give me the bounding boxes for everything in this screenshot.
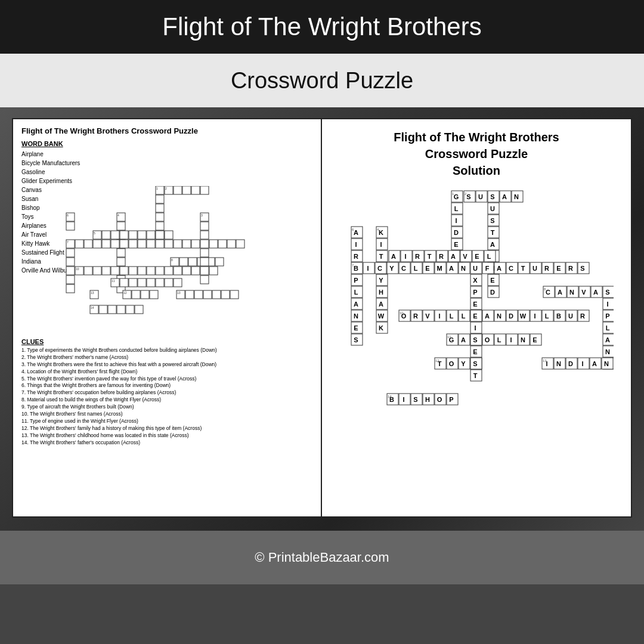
svg-text:E: E	[556, 265, 561, 272]
svg-text:L: L	[487, 253, 491, 260]
svg-rect-5	[156, 222, 164, 230]
svg-rect-15	[117, 222, 125, 230]
svg-text:R: R	[415, 253, 420, 260]
svg-text:A: A	[461, 336, 466, 343]
svg-text:S: S	[473, 336, 477, 343]
svg-text:U: U	[490, 205, 495, 212]
svg-text:10: 10	[400, 311, 404, 315]
svg-text:A: A	[592, 360, 597, 367]
svg-text:E: E	[475, 253, 479, 260]
svg-text:K: K	[379, 229, 383, 236]
clue-13: 13. The Wright Brothers' childhood home …	[21, 432, 312, 439]
svg-text:D: D	[490, 289, 495, 296]
svg-rect-91	[147, 278, 155, 287]
svg-text:I: I	[581, 360, 583, 367]
puzzle-panel-title: Flight of The Wright Brothers Crossword …	[21, 126, 312, 135]
svg-rect-72	[93, 267, 101, 275]
svg-rect-92	[156, 278, 164, 287]
svg-text:V: V	[581, 289, 586, 296]
svg-text:13: 13	[177, 291, 181, 295]
svg-text:L: L	[497, 336, 501, 343]
word-bank-item: Gasoline	[21, 168, 312, 177]
svg-rect-51	[218, 240, 227, 248]
svg-text:6: 6	[67, 213, 69, 217]
svg-rect-18	[117, 249, 125, 257]
svg-text:N: N	[556, 360, 561, 367]
svg-rect-28	[129, 231, 137, 239]
svg-text:E: E	[354, 324, 358, 332]
svg-text:U: U	[532, 265, 537, 272]
svg-text:N: N	[497, 312, 501, 320]
svg-text:C: C	[401, 265, 406, 272]
svg-rect-45	[165, 240, 173, 248]
svg-rect-35	[75, 240, 83, 248]
svg-rect-40	[120, 240, 128, 248]
svg-rect-10	[182, 186, 191, 194]
svg-rect-47	[182, 240, 191, 248]
svg-text:14: 14	[91, 306, 94, 309]
clue-5: 5. The Wright Brothers' invention paved …	[21, 376, 312, 383]
svg-text:N: N	[569, 289, 574, 296]
svg-text:C: C	[377, 265, 382, 272]
svg-rect-112	[117, 305, 125, 314]
clue-11: 11. Type of engine used in the Wright Fl…	[21, 418, 312, 425]
svg-text:O: O	[437, 396, 442, 403]
word-bank-item: Bicycle Manufacturers	[21, 159, 312, 168]
svg-rect-44	[156, 240, 164, 248]
svg-text:S: S	[413, 396, 417, 403]
svg-text:A: A	[593, 289, 598, 296]
svg-text:I: I	[402, 396, 404, 403]
svg-text:E: E	[490, 277, 494, 284]
svg-text:I: I	[367, 265, 369, 272]
svg-rect-71	[84, 267, 92, 275]
solution-title: Flight of The Wright BrothersCrossword P…	[394, 129, 559, 179]
svg-text:S: S	[473, 360, 477, 367]
svg-rect-89	[129, 278, 137, 287]
svg-text:E: E	[454, 241, 458, 248]
svg-rect-43	[147, 240, 155, 248]
svg-text:N: N	[354, 312, 358, 320]
svg-text:P: P	[605, 312, 609, 320]
svg-rect-38	[102, 240, 110, 248]
svg-rect-57	[66, 249, 75, 257]
svg-text:10: 10	[76, 267, 79, 271]
word-bank-item: Airplane	[21, 150, 312, 159]
svg-rect-53	[236, 240, 244, 248]
svg-text:N: N	[604, 360, 609, 367]
svg-text:11: 11	[112, 279, 115, 283]
svg-rect-68	[215, 258, 224, 266]
svg-text:I: I	[534, 312, 535, 320]
svg-text:I: I	[455, 217, 457, 224]
svg-rect-106	[221, 290, 230, 299]
svg-text:F: F	[485, 265, 490, 272]
svg-rect-74	[111, 267, 119, 275]
svg-text:3: 3	[201, 213, 203, 217]
svg-text:I: I	[606, 301, 608, 308]
solution-grid-container: G 1 L I D E R	[339, 185, 614, 507]
svg-text:T: T	[473, 372, 478, 379]
svg-text:E: E	[473, 348, 477, 355]
svg-rect-46	[174, 240, 182, 248]
svg-rect-58	[66, 258, 75, 266]
svg-rect-61	[66, 284, 75, 293]
svg-text:R: R	[413, 312, 418, 320]
svg-rect-107	[230, 290, 239, 299]
svg-text:I: I	[510, 336, 512, 343]
svg-text:T: T	[521, 265, 525, 272]
svg-rect-36	[84, 240, 92, 248]
svg-text:13: 13	[543, 359, 547, 363]
svg-text:B: B	[556, 312, 561, 320]
svg-rect-83	[191, 267, 200, 275]
svg-text:13: 13	[91, 291, 94, 295]
svg-text:D: D	[568, 360, 573, 367]
svg-text:Y: Y	[379, 277, 383, 284]
svg-rect-99	[150, 290, 158, 299]
svg-text:P: P	[449, 396, 453, 403]
page-title: Flight of The Wright Brothers	[162, 13, 481, 41]
svg-text:1: 1	[156, 187, 158, 190]
clues-section: CLUES 1. Type of experiments the Wright …	[21, 338, 312, 446]
svg-text:I: I	[380, 241, 382, 248]
svg-text:S: S	[490, 217, 494, 224]
svg-rect-111	[108, 305, 116, 314]
svg-text:E: E	[425, 265, 429, 272]
